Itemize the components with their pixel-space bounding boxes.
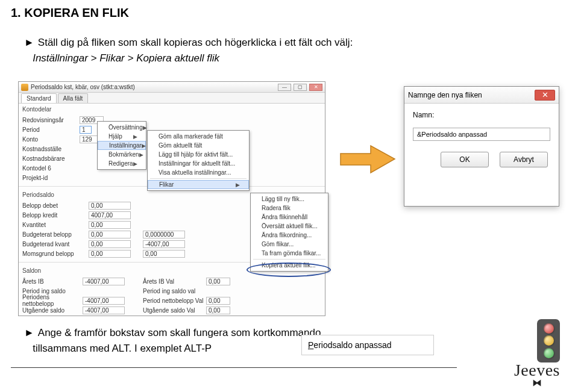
label-periodens-netto: Periodens nettobelopp [22, 294, 83, 307]
logo-text: Jeeves [514, 361, 560, 379]
dialog-name-input[interactable] [413, 128, 550, 141]
window-title: Periodsaldo kst, kbär, osv (stkt:a:wstkt… [31, 84, 278, 90]
input-arets-ib[interactable]: -4007,00 [83, 278, 125, 285]
label-budgeterat-belopp: Budgeterat belopp [22, 231, 89, 238]
label-momsgrund-belopp: Momsgrund belopp [22, 250, 89, 257]
label-kontodel6: Kontodel 6 [22, 165, 80, 172]
tab-alla-falt[interactable]: Alla fält [58, 93, 89, 103]
page-heading: 1. KOPIERA EN FLIK [11, 6, 129, 20]
input-budgeterat-belopp[interactable]: 0,00 [89, 231, 131, 238]
tab-standard[interactable]: Standard [21, 93, 57, 103]
bowtie-icon: ⧓ [514, 380, 560, 386]
section-kontodelar: Kontodelar [19, 104, 325, 114]
dialog-titlebar: Namnge den nya fliken ✕ [404, 87, 559, 104]
ctx3-gom-flikar[interactable]: Göm flikar... [251, 240, 328, 249]
input-budgeterad-kvant-2[interactable]: -4007,00 [143, 240, 185, 248]
label-arets-ib: Årets IB [22, 278, 83, 285]
bullet-marker: ► [24, 327, 34, 338]
ctx1-bokmarken[interactable]: Bokmärken▶ [98, 150, 146, 159]
context-menu-3: Lägg till ny flik... Radera flik Ändra f… [250, 193, 328, 272]
ctx3-oversatt-flik[interactable]: Översätt aktuell flik... [251, 222, 328, 231]
input-budgeterat-belopp-2[interactable]: 0,0000000 [143, 231, 185, 238]
context-menu-2: Göm alla markerade fält Göm aktuellt fäl… [147, 130, 250, 191]
dialog-close-button[interactable]: ✕ [535, 90, 555, 101]
input-belopp-kredit[interactable]: 4007,00 [89, 211, 131, 219]
ctx3-radera-flik[interactable]: Radera flik [251, 204, 328, 213]
traffic-light-icon [537, 319, 560, 362]
label-utgaende-saldo-val: Utgående saldo Val [143, 307, 206, 314]
label-belopp-kredit: Belopp kredit [22, 212, 89, 219]
arrow-icon [338, 143, 398, 176]
app-window: Periodsaldo kst, kbär, osv (stkt:a:wstkt… [18, 81, 325, 316]
label-arets-ib-val: Årets IB Val [143, 278, 206, 285]
ctx2-lagg-hjalp[interactable]: Lägg till hjälp för aktivt fält... [148, 150, 249, 159]
input-period-netto-val[interactable]: 0,00 [206, 297, 230, 305]
result-snippet: Periodsaldo anpassad [301, 335, 434, 355]
red-light [544, 323, 554, 334]
snippet-rest: eriodsaldo anpassad [313, 340, 391, 350]
label-kostnadsstalle: Kostnadsställe [22, 146, 80, 152]
input-momsgrund-belopp[interactable]: 0,00 [89, 250, 131, 258]
ctx3-kopiera-aktuell-flik[interactable]: Kopiera aktuell flik... [251, 261, 328, 270]
window-icon [21, 84, 28, 91]
maximize-button[interactable]: ▢ [294, 84, 307, 91]
rename-dialog: Namnge den nya fliken ✕ Namn: OK Avbryt [404, 86, 559, 207]
snippet-underlined-char: P [308, 340, 313, 350]
footer-divider [11, 367, 457, 368]
dialog-title: Namnge den nya fliken [408, 91, 535, 99]
label-period-netto-val: Period nettobelopp Val [143, 297, 206, 304]
label-period-ing-saldo: Period ing saldo [22, 288, 83, 294]
input-kvantitet[interactable]: 0,00 [89, 221, 131, 229]
yellow-light [544, 335, 554, 346]
input-momsgrund-belopp-2[interactable]: 0,00 [143, 250, 185, 258]
ctx1-installningar[interactable]: Inställningar▶ [98, 141, 146, 150]
window-titlebar: Periodsaldo kst, kbär, osv (stkt:a:wstkt… [19, 82, 325, 93]
cancel-button[interactable]: Avbryt [500, 152, 548, 167]
label-kostnadsbarare: Kostnadsbärare [22, 155, 80, 162]
ctx1-redigera[interactable]: Redigera▶ [98, 159, 146, 168]
input-belopp-debet[interactable]: 0,00 [89, 202, 131, 210]
input-periodens-netto[interactable]: -4007,00 [83, 297, 125, 305]
label-belopp-debet: Belopp debet [22, 202, 89, 209]
green-light [544, 348, 554, 358]
ctx2-gom-markerade[interactable]: Göm alla markerade fält [148, 132, 249, 141]
label-utgaende-saldo: Utgående saldo [22, 307, 83, 314]
ctx3-andra-flikordning[interactable]: Ändra flikordning... [251, 231, 328, 240]
dialog-label-namn: Namn: [413, 111, 550, 119]
close-button[interactable]: ✕ [309, 84, 322, 91]
ctx2-visa-installningar[interactable]: Visa aktuella inställningar... [148, 168, 249, 177]
bullet-1-line1: Ställ dig på fliken som skall kopieras o… [38, 37, 353, 48]
label-budgeterad-kvant: Budgeterad kvant [22, 241, 89, 247]
label-projektid: Projekt-id [22, 175, 80, 181]
context-menu-1: Översättning▶ Hjälp▶ Inställningar▶ Bokm… [97, 121, 146, 170]
ctx3-ta-fram-gomda[interactable]: Ta fram gömda flikar... [251, 249, 328, 258]
bullet-1-line2: Inställningar > Flikar > Kopiera aktuell… [33, 52, 219, 64]
label-period-ing-saldo-val: Period ing saldo val [143, 288, 206, 294]
ctx2-installningar-falt[interactable]: Inställningar för aktuellt fält... [148, 159, 249, 168]
ctx1-hjalp[interactable]: Hjälp▶ [98, 132, 146, 141]
input-arets-ib-val[interactable]: 0,00 [206, 278, 230, 285]
svg-marker-0 [341, 146, 395, 173]
bullet-2: ►Ange & framför bokstav som skall funger… [24, 325, 321, 356]
input-period[interactable]: 1 [80, 126, 92, 134]
label-redovisningsar: Redovisningsår [22, 117, 80, 123]
label-period: Period [22, 126, 80, 133]
input-utgaende-saldo-val[interactable]: 0,00 [206, 306, 230, 314]
ctx2-flikar[interactable]: Flikar▶ [148, 180, 249, 189]
input-utgaende-saldo[interactable]: -4007,00 [83, 306, 125, 314]
tab-row: Standard Alla fält [19, 93, 325, 104]
ctx2-gom-aktuellt[interactable]: Göm aktuellt fält [148, 141, 249, 150]
ctx1-oversattning[interactable]: Översättning▶ [98, 123, 146, 132]
bullet-2-line1: Ange & framför bokstav som skall fungera… [38, 327, 321, 338]
jeeves-logo: Jeeves ⧓ [514, 361, 560, 386]
input-budgeterad-kvant[interactable]: 0,00 [89, 240, 131, 248]
ctx3-lagg-till-flik[interactable]: Lägg till ny flik... [251, 194, 328, 204]
minimize-button[interactable]: — [278, 84, 291, 91]
ctx3-andra-flikinnehall[interactable]: Ändra flikinnehåll [251, 213, 328, 222]
label-kvantitet: Kvantitet [22, 222, 89, 228]
bullet-1: ►Ställ dig på fliken som skall kopieras … [24, 35, 353, 66]
bullet-2-line2: tillsammans med ALT. I exemplet ALT-P [33, 343, 212, 354]
label-konto: Konto [22, 136, 80, 143]
bullet-marker: ► [24, 37, 34, 48]
ok-button[interactable]: OK [441, 152, 489, 167]
